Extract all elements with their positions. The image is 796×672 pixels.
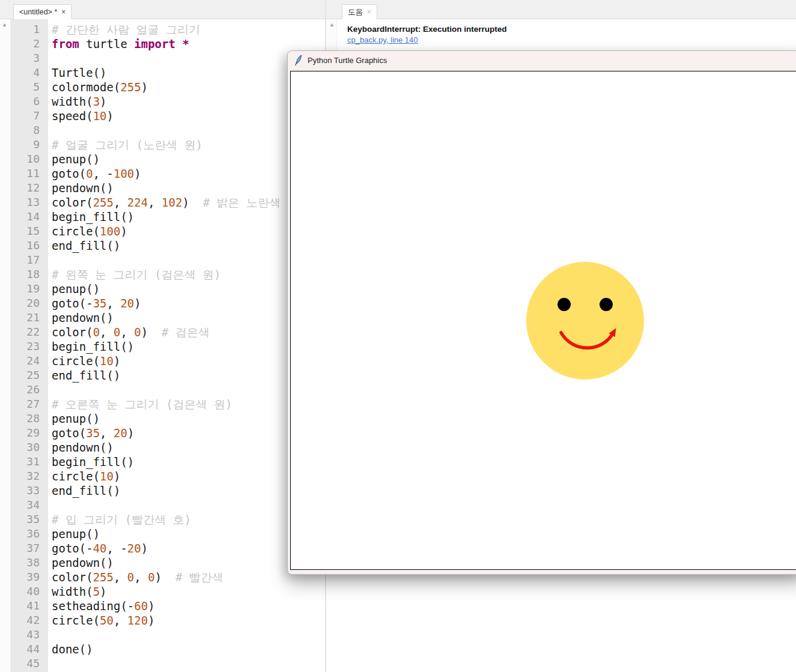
code-line[interactable]: 6width(3) [0, 94, 325, 109]
code-line[interactable]: 23begin_fill() [0, 339, 325, 354]
code-text: penup() [48, 282, 100, 296]
close-icon[interactable]: × [367, 8, 371, 16]
code-line[interactable]: 17 [0, 253, 325, 267]
code-line[interactable]: 19penup() [0, 282, 325, 296]
code-line[interactable]: 35# 입 그리기 (빨간색 호) [0, 512, 325, 527]
code-line[interactable]: 9# 얼굴 그리기 (노란색 원) [0, 138, 325, 152]
code-line[interactable]: 26 [0, 383, 325, 397]
line-number: 44 [0, 642, 48, 656]
code-text: Turtle() [48, 65, 107, 80]
code-text: begin_fill() [48, 339, 134, 354]
code-line[interactable]: 29goto(35, 20) [0, 426, 325, 440]
code-line[interactable]: 20goto(-35, 20) [0, 296, 325, 310]
code-line[interactable]: 27# 오른쪽 눈 그리기 (검은색 원) [0, 397, 325, 411]
code-line[interactable]: 41setheading(-60) [0, 599, 325, 613]
line-number: 20 [0, 296, 48, 310]
code-line[interactable]: 45 [0, 656, 325, 671]
error-title: KeyboardInterrupt: Execution interrupted [347, 25, 507, 34]
code-line[interactable]: 39color(255, 0, 0) # 빨간색 [0, 570, 325, 584]
code-line[interactable]: 24circle(10) [0, 354, 325, 368]
turtle-window-titlebar[interactable]: Python Turtle Graphics [288, 51, 796, 69]
close-icon[interactable]: × [61, 8, 65, 16]
line-number: 12 [0, 181, 48, 195]
error-location-link[interactable]: cp_back.py, line 140 [347, 35, 418, 44]
code-line[interactable]: 5colormode(255) [0, 80, 325, 94]
line-number: 13 [0, 195, 48, 210]
code-line[interactable]: 34 [0, 498, 325, 512]
line-number: 32 [0, 469, 48, 483]
line-number: 11 [0, 166, 48, 181]
line-number: 7 [0, 109, 48, 123]
code-line[interactable]: 1# 간단한 사람 얼굴 그리기 [0, 22, 325, 37]
turtle-canvas[interactable] [290, 71, 796, 570]
help-tab[interactable]: 도움 × [342, 4, 377, 19]
code-line[interactable]: 44done() [0, 642, 325, 656]
line-number: 21 [0, 310, 48, 325]
line-number: 41 [0, 599, 48, 613]
code-line[interactable]: 22color(0, 0, 0) # 검은색 [0, 325, 325, 339]
code-line[interactable]: 30pendown() [0, 440, 325, 455]
line-number: 19 [0, 282, 48, 296]
code-line[interactable]: 33end_fill() [0, 483, 325, 498]
code-line[interactable]: 42circle(50, 120) [0, 613, 325, 628]
line-number: 40 [0, 584, 48, 599]
code-text: goto(-40, -20) [48, 541, 148, 555]
line-number: 14 [0, 210, 48, 224]
code-line[interactable]: 11goto(0, -100) [0, 166, 325, 181]
turtle-window-title: Python Turtle Graphics [308, 56, 387, 65]
code-text: # 왼쪽 눈 그리기 (검은색 원) [48, 267, 221, 282]
code-text [48, 656, 52, 671]
ide-root: <untitled> * × 도움 × ▲ 1# 간단한 사람 얼굴 그리기2f… [0, 0, 796, 672]
code-text: goto(0, -100) [48, 166, 141, 181]
line-number: 30 [0, 440, 48, 455]
code-line[interactable]: 36penup() [0, 527, 325, 541]
tk-feather-icon [294, 55, 303, 66]
line-number: 35 [0, 512, 48, 527]
code-text: circle(10) [48, 469, 120, 483]
code-text: end_fill() [48, 483, 120, 498]
code-text: color(0, 0, 0) # 검은색 [48, 325, 210, 339]
turtle-graphics-window[interactable]: Python Turtle Graphics [287, 50, 796, 575]
line-number: 8 [0, 123, 48, 138]
code-line[interactable]: 40width(5) [0, 584, 325, 599]
line-number: 15 [0, 224, 48, 238]
code-text: goto(-35, 20) [48, 296, 141, 310]
editor-tab-untitled[interactable]: <untitled> * × [13, 4, 71, 19]
line-number: 27 [0, 397, 48, 411]
code-line[interactable]: 15circle(100) [0, 224, 325, 238]
code-line[interactable]: 7speed(10) [0, 109, 325, 123]
code-line[interactable]: 31begin_fill() [0, 455, 325, 469]
code-line[interactable]: 18# 왼쪽 눈 그리기 (검은색 원) [0, 267, 325, 282]
code-line[interactable]: 3 [0, 51, 325, 65]
code-line[interactable]: 2from turtle import * [0, 37, 325, 51]
code-line[interactable]: 13color(255, 224, 102) # 밝은 노란색 [0, 195, 325, 210]
line-number: 5 [0, 80, 48, 94]
code-line[interactable]: 16end_fill() [0, 238, 325, 253]
code-line[interactable]: 21pendown() [0, 310, 325, 325]
code-line[interactable]: 12pendown() [0, 181, 325, 195]
code-line[interactable]: 8 [0, 123, 325, 138]
code-line[interactable]: 4Turtle() [0, 65, 325, 80]
code-text: circle(50, 120) [48, 613, 155, 628]
code-line[interactable]: 43 [0, 628, 325, 642]
code-text: width(3) [48, 94, 107, 109]
code-text: color(255, 0, 0) # 빨간색 [48, 570, 223, 584]
code-text [48, 253, 52, 267]
line-number: 28 [0, 411, 48, 426]
line-number: 3 [0, 51, 48, 65]
code-text: circle(100) [48, 224, 127, 238]
code-line[interactable]: 14begin_fill() [0, 210, 325, 224]
code-text: goto(35, 20) [48, 426, 134, 440]
code-line[interactable]: 32circle(10) [0, 469, 325, 483]
smiley-left-eye [558, 298, 571, 311]
help-tab-label: 도움 [348, 7, 363, 17]
code-line[interactable]: 28penup() [0, 411, 325, 426]
line-number: 31 [0, 455, 48, 469]
code-text: penup() [48, 411, 100, 426]
scroll-up-icon[interactable]: ▲ [329, 22, 335, 28]
code-text: speed(10) [48, 109, 114, 123]
code-line[interactable]: 10penup() [0, 152, 325, 166]
code-line[interactable]: 38pendown() [0, 555, 325, 570]
code-line[interactable]: 37goto(-40, -20) [0, 541, 325, 555]
code-line[interactable]: 25end_fill() [0, 368, 325, 383]
